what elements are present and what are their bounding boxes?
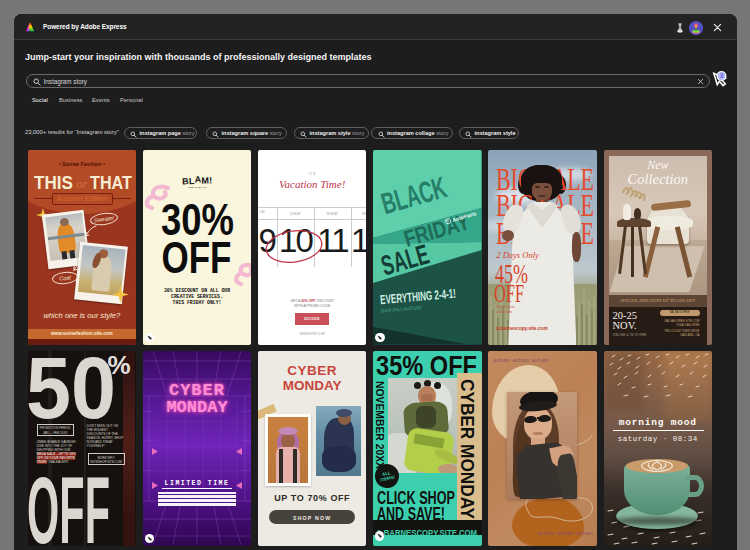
svg-text:3: 3: [720, 72, 724, 79]
svg-text:OFF: OFF: [28, 473, 110, 546]
svg-text:A.BARNESCOPY.SITE.COM: A.BARNESCOPY.SITE.COM: [376, 528, 477, 537]
svg-text:THIS: THIS: [34, 172, 73, 191]
svg-text:OFF: OFF: [161, 238, 231, 278]
svg-text:NOVEMBER 20XX: NOVEMBER 20XX: [374, 381, 386, 469]
svg-text:CLICK SHOP: CLICK SHOP: [377, 490, 455, 507]
svg-text:OFF: OFF: [494, 280, 524, 306]
svg-text:50: 50: [28, 351, 116, 429]
svg-text:CYBER MONDAY: CYBER MONDAY: [457, 379, 478, 519]
svg-text:or: or: [76, 176, 89, 191]
svg-text:THAT: THAT: [90, 172, 132, 191]
svg-text:30%: 30%: [161, 200, 234, 240]
